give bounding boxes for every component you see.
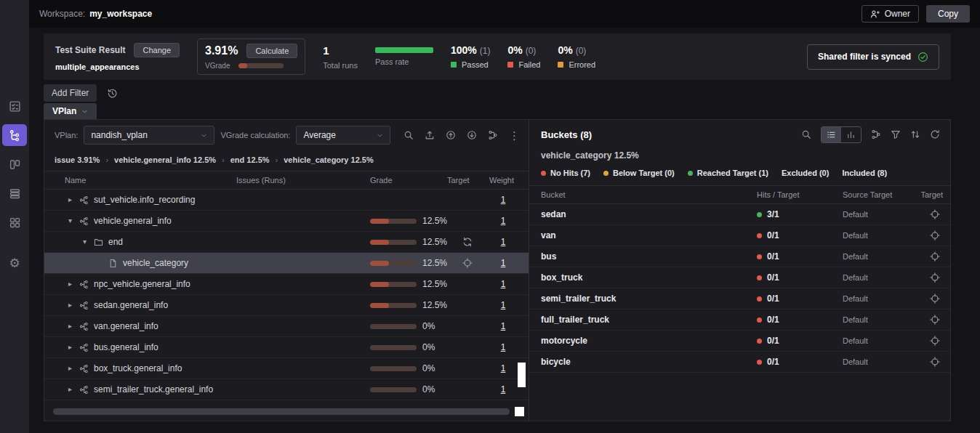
search-icon[interactable] (801, 129, 811, 139)
vplan-select-label: VPlan: (55, 131, 78, 139)
column-target[interactable]: Target (917, 190, 950, 199)
compare-branch-icon[interactable] (871, 129, 881, 139)
weight-link[interactable]: 1 (501, 279, 506, 289)
weight-link[interactable]: 1 (501, 216, 506, 226)
tree-row[interactable]: vehicle_category 12.5% (44, 253, 529, 274)
column-weight[interactable]: Weight (488, 176, 515, 185)
bucket-row[interactable]: sedan 3/1 Default (529, 204, 950, 225)
add-filter-button[interactable]: Add Filter (44, 84, 97, 102)
bucket-row[interactable]: bus 0/1 Default (529, 246, 950, 267)
sidebar-item-checklist[interactable] (0, 92, 29, 121)
shared-filter-synced-button[interactable]: Shared filter is synced (807, 44, 939, 70)
vgrade-calc-select[interactable]: Average (296, 126, 390, 145)
weight-link[interactable]: 1 (501, 363, 506, 373)
caret-right-icon[interactable]: ▸ (68, 386, 72, 393)
target-scope-icon[interactable] (930, 272, 940, 283)
bucket-row[interactable]: box_truck 0/1 Default (529, 267, 950, 288)
sidebar-item-settings[interactable]: ⚙ (0, 248, 29, 278)
target-scope-icon[interactable] (930, 230, 940, 240)
target-scope-icon[interactable] (930, 209, 940, 219)
tree-row[interactable]: ▸ semi_trailer_truck.general_info (44, 379, 529, 400)
tree-row[interactable]: ▸ van.general_info (44, 316, 529, 337)
sort-icon[interactable] (910, 129, 920, 139)
breadcrumb-item[interactable]: vehicle_category 12.5% (284, 155, 374, 164)
tree-row[interactable]: ▸ sut_vehicle.info_recording (44, 190, 529, 211)
weight-link[interactable]: 1 (501, 321, 506, 331)
filter-funnel-icon[interactable] (891, 129, 901, 139)
compare-branch-icon[interactable] (488, 130, 498, 140)
weight-link[interactable]: 1 (501, 342, 506, 352)
breadcrumb-item[interactable]: vehicle.general_info 12.5% (114, 155, 225, 164)
bucket-row[interactable]: full_trailer_truck 0/1 Default (529, 309, 950, 331)
more-menu-icon[interactable]: ⋮ (509, 130, 520, 141)
chart-view-icon[interactable] (841, 127, 861, 142)
bucket-row[interactable]: van 0/1 Default (529, 225, 950, 246)
sidebar-item-apps[interactable] (0, 208, 29, 237)
tree-row[interactable]: ▾ vehicle.general_info 12. (44, 211, 529, 232)
caret-right-icon[interactable]: ▸ (68, 323, 72, 330)
bucket-row[interactable]: motorcycle 0/1 Default (529, 331, 950, 352)
breadcrumb-item[interactable]: issue 3.91% (55, 155, 108, 164)
target-scope-icon[interactable] (462, 258, 473, 268)
sync-icon[interactable] (462, 237, 473, 247)
download-circle-icon[interactable] (467, 130, 477, 140)
column-name[interactable]: Name (44, 176, 214, 185)
weight-link[interactable]: 1 (501, 237, 506, 247)
tab-vplan[interactable]: VPlan (44, 103, 97, 119)
target-cell (447, 237, 488, 247)
tree-row[interactable]: ▸ box_truck.general_info (44, 358, 529, 379)
caret-down-icon[interactable]: ▾ (68, 217, 72, 224)
column-target[interactable]: Target (447, 176, 488, 185)
column-issues[interactable]: Issues (Runs) (214, 176, 360, 185)
tree-row[interactable]: ▾ end 12.5% (44, 232, 529, 253)
target-scope-icon[interactable] (930, 294, 940, 304)
column-grade[interactable]: Grade (360, 176, 447, 185)
weight-link[interactable]: 1 (501, 300, 506, 310)
change-button[interactable]: Change (134, 43, 180, 57)
target-scope-icon[interactable] (930, 251, 940, 262)
bucket-row[interactable]: bicycle 0/1 Default (529, 352, 950, 373)
breadcrumb-item[interactable]: end 12.5% (230, 155, 278, 164)
search-icon[interactable] (403, 130, 414, 140)
target-scope-icon[interactable] (930, 336, 940, 346)
vertical-scrollbar-thumb[interactable] (518, 363, 526, 387)
list-view-icon[interactable] (822, 127, 841, 142)
legend-item[interactable]: No Hits (7) (541, 169, 590, 177)
caret-right-icon[interactable]: ▸ (68, 302, 72, 309)
history-icon[interactable] (107, 88, 118, 99)
sidebar-item-runs[interactable] (0, 179, 29, 208)
legend-item[interactable]: Below Target (0) (603, 169, 675, 177)
node-name: vehicle.general_info (94, 216, 172, 226)
legend-item[interactable]: Reached Target (1) (688, 169, 768, 177)
target-scope-icon[interactable] (930, 357, 940, 367)
bucket-row[interactable]: semi_trailer_truck 0/1 Default (529, 288, 950, 309)
sidebar-item-board[interactable] (0, 150, 29, 179)
vplan-select[interactable]: nandish_vplan (84, 126, 214, 145)
caret-down-icon[interactable]: ▾ (83, 238, 87, 246)
column-hits-target[interactable]: Hits / Target (757, 190, 830, 199)
caret-right-icon[interactable]: ▸ (68, 344, 72, 351)
tree-row[interactable]: ▸ npc_vehicle.general_info (44, 274, 529, 295)
calculate-button[interactable]: Calculate (246, 44, 297, 58)
caret-right-icon[interactable]: ▸ (68, 365, 72, 372)
owner-button[interactable]: Owner (861, 5, 919, 23)
weight-link[interactable]: 1 (501, 258, 506, 268)
caret-right-icon[interactable]: ▸ (68, 280, 72, 288)
refresh-icon[interactable] (930, 129, 940, 139)
included-filter[interactable]: Included (8) (842, 169, 887, 177)
column-bucket[interactable]: Bucket (541, 190, 757, 199)
tree-row[interactable]: ▸ sedan.general_info (44, 295, 529, 316)
export-icon[interactable] (425, 130, 435, 140)
upload-circle-icon[interactable] (446, 130, 456, 140)
tree-row[interactable]: ▸ bus.general_info (44, 337, 529, 358)
weight-link[interactable]: 1 (501, 384, 506, 394)
weight-link[interactable]: 1 (501, 195, 506, 205)
excluded-filter[interactable]: Excluded (0) (782, 169, 829, 177)
caret-right-icon[interactable]: ▸ (68, 196, 72, 203)
horizontal-scrollbar[interactable] (53, 408, 510, 415)
sidebar-item-vplan[interactable] (0, 121, 29, 150)
copy-button[interactable]: Copy (926, 5, 970, 23)
column-source-target[interactable]: Source Target (830, 190, 917, 199)
horizontal-scrollbar-thumb[interactable] (515, 407, 524, 416)
target-scope-icon[interactable] (930, 315, 940, 325)
